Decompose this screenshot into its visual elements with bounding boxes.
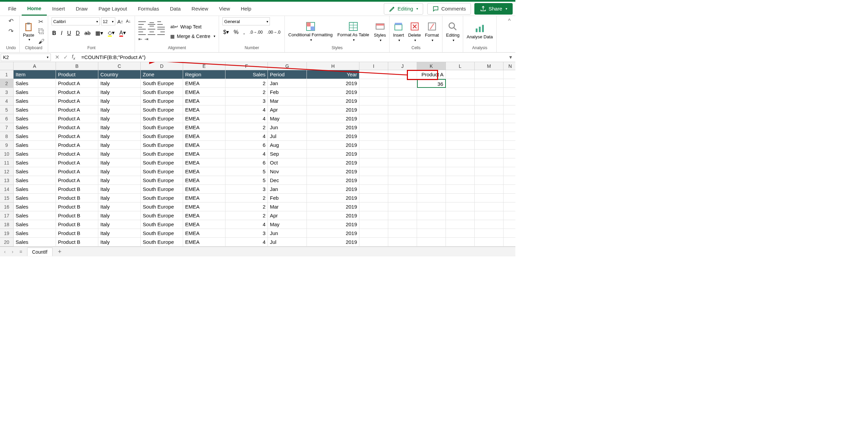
align-center-icon[interactable] <box>148 29 155 35</box>
cell-D9[interactable]: South Europe <box>141 141 183 150</box>
align-left-icon[interactable] <box>138 29 146 35</box>
cell-E8[interactable]: EMEA <box>183 132 225 141</box>
cell-L14[interactable] <box>446 185 475 194</box>
cell-N12[interactable] <box>504 167 515 176</box>
cell-J10[interactable] <box>388 150 417 158</box>
row-header-11[interactable]: 11 <box>0 158 14 167</box>
cell-A19[interactable]: Sales <box>14 229 56 238</box>
cell-J17[interactable] <box>388 211 417 220</box>
cell-A17[interactable]: Sales <box>14 211 56 220</box>
cell-M14[interactable] <box>475 185 504 194</box>
cell-H7[interactable]: 2019 <box>307 123 359 132</box>
formula-bar-expand-icon[interactable]: ▾ <box>506 54 515 60</box>
cell-M20[interactable] <box>475 238 504 247</box>
cell-F20[interactable]: 4 <box>225 238 268 247</box>
cell-M5[interactable] <box>475 105 504 114</box>
cell-H21[interactable]: 2019 <box>307 247 359 247</box>
cell-I16[interactable] <box>359 202 388 211</box>
column-header-M[interactable]: M <box>475 62 504 70</box>
cell-L18[interactable] <box>446 220 475 229</box>
cell-M4[interactable] <box>475 97 504 105</box>
cell-G12[interactable]: Nov <box>268 167 307 176</box>
cell-J11[interactable] <box>388 158 417 167</box>
cell-M19[interactable] <box>475 229 504 238</box>
cell-J8[interactable] <box>388 132 417 141</box>
cell-K19[interactable] <box>417 229 446 238</box>
italic-button[interactable]: I <box>60 30 63 36</box>
cell-D17[interactable]: South Europe <box>141 211 183 220</box>
cell-D6[interactable]: South Europe <box>141 114 183 123</box>
cell-B2[interactable]: Product A <box>56 79 98 88</box>
cell-C15[interactable]: Italy <box>98 194 141 202</box>
cell-K13[interactable] <box>417 176 446 185</box>
cell-H8[interactable]: 2019 <box>307 132 359 141</box>
cell-N2[interactable] <box>504 79 515 88</box>
format-as-table-button[interactable]: Format As Table▾ <box>337 21 369 42</box>
cell-K14[interactable] <box>417 185 446 194</box>
cell-M2[interactable] <box>475 79 504 88</box>
cell-J18[interactable] <box>388 220 417 229</box>
cell-L3[interactable] <box>446 88 475 97</box>
cell-M11[interactable] <box>475 158 504 167</box>
cell-H1[interactable]: Year <box>307 70 359 79</box>
cell-I18[interactable] <box>359 220 388 229</box>
cell-F12[interactable]: 5 <box>225 167 268 176</box>
cell-D8[interactable]: South Europe <box>141 132 183 141</box>
insert-cells-button[interactable]: Insert▾ <box>393 21 404 42</box>
tab-file[interactable]: File <box>3 2 22 15</box>
cell-E14[interactable]: EMEA <box>183 185 225 194</box>
cell-B9[interactable]: Product A <box>56 141 98 150</box>
cell-A10[interactable]: Sales <box>14 150 56 158</box>
row-header-1[interactable]: 1 <box>0 70 14 79</box>
tab-review[interactable]: Review <box>186 2 214 15</box>
cell-I17[interactable] <box>359 211 388 220</box>
align-bottom-icon[interactable] <box>157 21 165 27</box>
cell-I6[interactable] <box>359 114 388 123</box>
cell-D19[interactable]: South Europe <box>141 229 183 238</box>
cell-B14[interactable]: Product B <box>56 185 98 194</box>
cell-N19[interactable] <box>504 229 515 238</box>
column-header-L[interactable]: L <box>446 62 475 70</box>
formula-bar[interactable]: =COUNTIF(B:B;"Product A") <box>79 54 506 61</box>
cell-H2[interactable]: 2019 <box>307 79 359 88</box>
cell-A12[interactable]: Sales <box>14 167 56 176</box>
cell-N13[interactable] <box>504 176 515 185</box>
cell-F7[interactable]: 2 <box>225 123 268 132</box>
cell-B7[interactable]: Product A <box>56 123 98 132</box>
editing-group-button[interactable]: Editing▾ <box>446 21 459 42</box>
cell-A8[interactable]: Sales <box>14 132 56 141</box>
cell-F11[interactable]: 6 <box>225 158 268 167</box>
cell-I2[interactable] <box>359 79 388 88</box>
row-header-21[interactable]: 21 <box>0 247 14 247</box>
cell-K9[interactable] <box>417 141 446 150</box>
cell-K11[interactable] <box>417 158 446 167</box>
cell-E16[interactable]: EMEA <box>183 202 225 211</box>
cell-G10[interactable]: Sep <box>268 150 307 158</box>
cell-N17[interactable] <box>504 211 515 220</box>
cell-L9[interactable] <box>446 141 475 150</box>
cell-L6[interactable] <box>446 114 475 123</box>
ribbon-collapse-icon[interactable]: ^ <box>508 18 511 24</box>
cell-B18[interactable]: Product B <box>56 220 98 229</box>
cell-C4[interactable]: Italy <box>98 97 141 105</box>
cell-K20[interactable] <box>417 238 446 247</box>
double-underline-button[interactable]: D <box>75 30 81 36</box>
cancel-formula-icon[interactable]: ✕ <box>55 54 59 60</box>
cell-K4[interactable] <box>417 97 446 105</box>
align-middle-icon[interactable] <box>148 21 155 27</box>
cell-D21[interactable]: South Europe <box>141 247 183 247</box>
share-button[interactable]: Share ▾ <box>474 3 513 15</box>
cell-A3[interactable]: Sales <box>14 88 56 97</box>
cell-C10[interactable]: Italy <box>98 150 141 158</box>
cell-E1[interactable]: Region <box>183 70 225 79</box>
cell-E5[interactable]: EMEA <box>183 105 225 114</box>
cell-H16[interactable]: 2019 <box>307 202 359 211</box>
cell-J12[interactable] <box>388 167 417 176</box>
cell-J7[interactable] <box>388 123 417 132</box>
cell-B19[interactable]: Product B <box>56 229 98 238</box>
cell-G17[interactable]: Apr <box>268 211 307 220</box>
cell-F21[interactable]: 5 <box>225 247 268 247</box>
cell-B12[interactable]: Product A <box>56 167 98 176</box>
cell-D18[interactable]: South Europe <box>141 220 183 229</box>
format-cells-button[interactable]: Format▾ <box>425 21 439 42</box>
